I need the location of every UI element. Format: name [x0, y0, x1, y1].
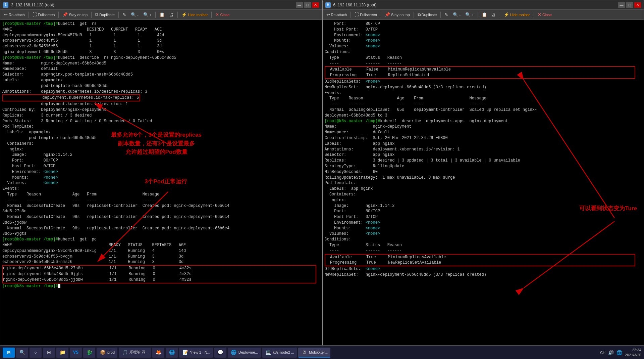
edit-btn-left[interactable]: ✎ [121, 11, 128, 18]
fullscreen-icon-left: ⛶ [33, 12, 37, 17]
print-btn-left[interactable]: 🖨 [168, 11, 175, 18]
zoom-in-icon-right: 🔍 [465, 12, 471, 17]
explorer-icon: 📁 [59, 349, 66, 356]
k8snode-label: k8s-node2 ... [273, 350, 294, 354]
zoom-in-btn-left[interactable]: 🔍 + [142, 11, 153, 18]
title-bar-left: 3 3. 192.168.11.128 (root) — □ ✕ [0, 0, 322, 10]
close-toolbar-btn-right[interactable]: ✕ Close [536, 11, 553, 18]
lightning-icon-right: ⚡ [504, 12, 509, 17]
clock-time: 22:34 [625, 348, 641, 352]
taskbar-k8snode[interactable]: 💻 k8s-node2 ... [262, 348, 297, 358]
terminal-icon-left: 3 [3, 2, 8, 8]
duplicate-btn-left[interactable]: ⧉ Duplicate [94, 11, 116, 18]
tray-volume-icon[interactable]: 🔊 [608, 350, 614, 355]
toolbar-right: ↩ Re-attach ⛶ Fullscreen 📌 Stay on top ⧉… [323, 10, 644, 20]
maximize-btn-right[interactable]: □ [626, 2, 633, 8]
k8snode-icon: 💻 [265, 349, 272, 356]
prod-label: prod [107, 350, 115, 354]
zoom-out-btn-right[interactable]: 🔍 - [451, 11, 462, 18]
system-tray: CH 🔊 🌐 22:34 2021/3/20 [600, 348, 641, 357]
close-toolbar-btn-left[interactable]: ✕ Close [214, 11, 231, 18]
title-text-right: 6. 192.168.11.128 (root) [333, 3, 377, 7]
terminal-content-left[interactable]: [root@k8s-master /tmp]#kubectl get rs NA… [0, 20, 322, 345]
edit-btn-right[interactable]: ✎ [443, 11, 450, 18]
close-x-icon-right: ✕ [538, 12, 541, 17]
maximize-btn-left[interactable]: □ [304, 2, 311, 8]
taskbar-search[interactable]: 🔍 [16, 348, 28, 358]
print-btn-right[interactable]: 🖨 [490, 11, 498, 18]
pycharm-icon: 🐉 [86, 349, 93, 356]
mobaxter-icon: 🖥 [301, 349, 308, 356]
fullscreen-btn-left[interactable]: ⛶ Fullscreen [31, 11, 57, 18]
edit-icon-right: ✎ [444, 12, 448, 17]
terminal-icon-right: 6 [325, 2, 331, 8]
zoom-out-icon-right: 🔍 [453, 12, 458, 17]
taskbar-deploy[interactable]: 🌐 Deployme... [228, 348, 261, 358]
music-icon: 🎵 [121, 349, 128, 356]
search-icon: 🔍 [19, 349, 25, 356]
stay-on-top-btn-right[interactable]: 📌 Stay on top [383, 11, 412, 18]
minimize-btn-right[interactable]: — [618, 2, 625, 8]
zoom-out-btn-left[interactable]: 🔍 - [129, 11, 140, 18]
sep3-right [414, 12, 414, 18]
terminal-inner-right: Port: 80/TCP Host Port: 0/TCP Environmen… [323, 20, 644, 345]
taskbar-prod[interactable]: 📦 prod [97, 348, 117, 358]
reattach-btn-right[interactable]: ↩ Re-attach [325, 11, 349, 18]
title-controls-right: — □ ✕ [618, 2, 641, 8]
cortana-icon: ○ [32, 349, 39, 356]
terminal-content-right[interactable]: Port: 80/TCP Host Port: 0/TCP Environmen… [323, 20, 644, 345]
sep1-left [29, 12, 29, 18]
stay-on-top-btn-left[interactable]: 📌 Stay on top [61, 11, 89, 18]
reattach-btn-left[interactable]: ↩ Re-attach [2, 11, 26, 18]
reattach-icon-left: ↩ [4, 12, 8, 17]
taskbar-taskview[interactable]: ⊟ [43, 348, 55, 358]
start-button[interactable]: ⊞ [3, 348, 15, 358]
clipboard-icon-left: 📋 [159, 12, 165, 17]
taskbar: ⊞ 🔍 ○ ⊟ 📁 VS 🐉 📦 prod 🎵 乐程响·四... 🦊 🌐 📝 *… [0, 346, 644, 359]
taskbar-mobaxter[interactable]: 🖥 MobaXter... [298, 348, 330, 358]
taskbar-explorer[interactable]: 📁 [56, 348, 68, 358]
close-btn-left[interactable]: ✕ [312, 2, 319, 8]
duplicate-btn-right[interactable]: ⧉ Duplicate [416, 11, 439, 18]
clipboard-icon-right: 📋 [482, 12, 487, 17]
deploy-label: Deployme... [238, 350, 258, 354]
fullscreen-btn-right[interactable]: ⛶ Fullscreen [353, 11, 379, 18]
pin-icon-left: 📌 [62, 12, 68, 17]
fullscreen-icon-right: ⛶ [355, 12, 359, 17]
browser-icon: 🌐 [168, 349, 175, 356]
music-label: 乐程响·四... [129, 350, 148, 355]
taskbar-browser[interactable]: 🌐 [166, 348, 178, 358]
tray-network-icon[interactable]: 🌐 [616, 350, 622, 355]
reattach-icon-right: ↩ [326, 12, 330, 17]
zoom-out-icon-left: 🔍 [131, 12, 136, 17]
taskbar-music[interactable]: 🎵 乐程响·四... [119, 348, 151, 358]
close-btn-right[interactable]: ✕ [634, 2, 641, 8]
hide-toolbar-btn-right[interactable]: ⚡ Hide toolbar [502, 11, 532, 18]
terminal-window-right: 6 6. 192.168.11.128 (root) — □ ✕ ↩ Re-at… [322, 0, 644, 346]
minimize-btn-left[interactable]: — [296, 2, 303, 8]
taskbar-firefox[interactable]: 🦊 [152, 348, 164, 358]
system-clock[interactable]: 22:34 2021/3/20 [625, 348, 641, 357]
taskbar-cortana[interactable]: ○ [30, 348, 42, 358]
clock-date: 2021/3/20 [625, 353, 641, 357]
zoom-in-btn-right[interactable]: 🔍 + [464, 11, 475, 18]
mobaxter-label: MobaXter... [309, 350, 328, 354]
duplicate-icon-right: ⧉ [418, 12, 421, 17]
taskbar-dragon[interactable]: 🐉 [83, 348, 95, 358]
firefox-icon: 🦊 [155, 349, 162, 356]
hide-toolbar-btn-left[interactable]: ⚡ Hide toolbar [180, 11, 209, 18]
sep6-left [177, 12, 178, 18]
lightning-icon-left: ⚡ [181, 12, 187, 17]
taskbar-notepad[interactable]: 📝 *new 1 - N... [179, 348, 213, 358]
clipboard-btn-left[interactable]: 📋 [158, 11, 166, 18]
sep2-right [381, 12, 381, 18]
title-controls-left: — □ ✕ [296, 2, 319, 8]
sep5-left [155, 12, 156, 18]
taskbar-chat[interactable]: 💬 [214, 348, 226, 358]
toolbar-left: ↩ Re-attach ⛶ Fullscreen 📌 Stay on top ⧉… [0, 10, 322, 20]
clipboard-btn-right[interactable]: 📋 [480, 11, 489, 18]
deploy-icon: 🌐 [230, 349, 237, 356]
windows-logo-icon: ⊞ [7, 349, 10, 356]
terminal-window-left: 3 3. 192.168.11.128 (root) — □ ✕ ↩ Re-at… [0, 0, 322, 346]
taskbar-vscode[interactable]: VS [70, 348, 82, 358]
